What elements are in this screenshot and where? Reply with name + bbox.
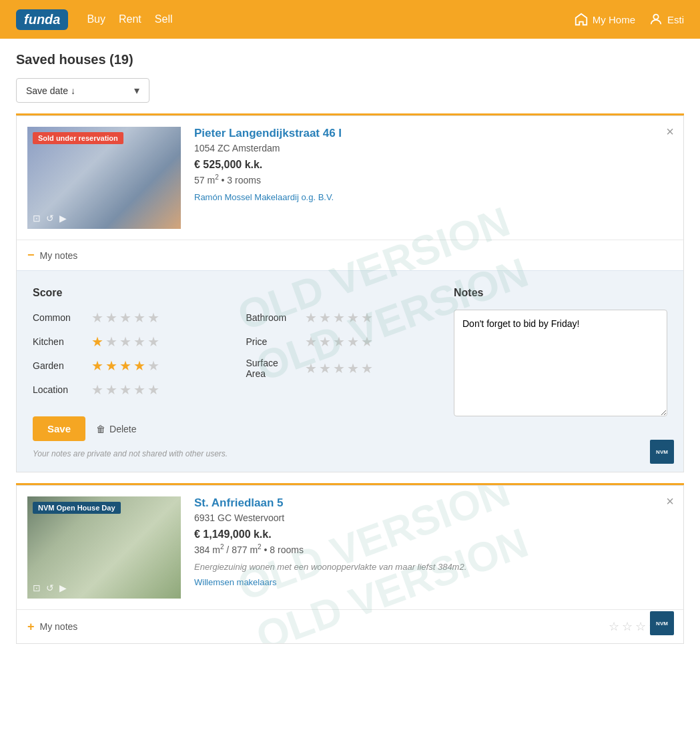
notes-actions-1: Save 🗑 Delete — [33, 416, 438, 441]
star-5[interactable]: ★ — [147, 310, 159, 326]
score-label-surface: Surface Area — [246, 358, 300, 379]
score-row-price: Price ★ ★ ★ ★ ★ — [246, 334, 438, 350]
stars-common[interactable]: ★ ★ ★ ★ ★ — [91, 310, 159, 326]
star-p1[interactable]: ★ — [305, 334, 317, 350]
listing-title-1[interactable]: Pieter Langendijkstraat 46 I — [194, 127, 673, 140]
listing-details-2: NVM Open House Day ⊡ ↺ ▶ St. Anfriedlaan… — [17, 486, 683, 609]
listing-image-1[interactable]: Sold under reservation ⊡ ↺ ▶ — [27, 127, 181, 229]
star-l5[interactable]: ★ — [147, 382, 159, 398]
score-label-common: Common — [33, 312, 86, 323]
my-notes-toggle-2[interactable]: + My notes ☆ ☆ ☆ ☆ ☆ — [17, 609, 683, 643]
star-4[interactable]: ★ — [133, 310, 145, 326]
nav-rent[interactable]: Rent — [119, 13, 141, 25]
star-g1[interactable]: ★ — [91, 358, 103, 374]
star-empty-1[interactable]: ☆ — [609, 619, 619, 634]
sort-value: Save date ↓ — [26, 85, 75, 96]
svg-point-0 — [653, 15, 658, 19]
score-row-bathroom: Bathroom ★ ★ ★ ★ ★ — [246, 310, 438, 326]
star-l3[interactable]: ★ — [119, 382, 131, 398]
listing-image-2[interactable]: NVM Open House Day ⊡ ↺ ▶ — [27, 496, 181, 599]
nav-buy[interactable]: Buy — [87, 13, 105, 25]
star-l4[interactable]: ★ — [133, 382, 145, 398]
star-b2[interactable]: ★ — [319, 310, 331, 326]
listing-specs-1: 57 m2 • 3 rooms — [194, 173, 673, 186]
main-content: Saved houses (19) Save date ↓ ▾ Sold und… — [0, 39, 700, 732]
listing-agent-2[interactable]: Willemsen makelaars — [194, 577, 673, 587]
star-p4[interactable]: ★ — [347, 334, 359, 350]
close-button-2[interactable]: × — [666, 494, 674, 509]
header-right: My Home Esti — [574, 12, 684, 27]
star-p2[interactable]: ★ — [319, 334, 331, 350]
rotate-icon-2[interactable]: ↺ — [46, 583, 54, 593]
close-button-1[interactable]: × — [666, 124, 674, 139]
play-icon[interactable]: ▶ — [59, 213, 67, 224]
user-icon — [649, 12, 663, 27]
star-b4[interactable]: ★ — [347, 310, 359, 326]
star-k4[interactable]: ★ — [133, 334, 145, 350]
notes-textarea-1[interactable]: Don't forget to bid by Friday! — [454, 310, 667, 416]
notes-title: Notes — [454, 287, 667, 299]
star-s3[interactable]: ★ — [333, 360, 345, 376]
stars-price[interactable]: ★ ★ ★ ★ ★ — [305, 334, 373, 350]
listing-card-1: Sold under reservation ⊡ ↺ ▶ Pieter Lang… — [16, 113, 684, 472]
star-s4[interactable]: ★ — [347, 360, 359, 376]
stars-kitchen[interactable]: ★ ★ ★ ★ ★ — [91, 334, 159, 350]
listing-info-2: St. Anfriedlaan 5 6931 GC Westervoort € … — [194, 496, 673, 587]
star-k3[interactable]: ★ — [119, 334, 131, 350]
star-b5[interactable]: ★ — [361, 310, 373, 326]
star-l2[interactable]: ★ — [105, 382, 117, 398]
star-3[interactable]: ★ — [119, 310, 131, 326]
my-home-button[interactable]: My Home — [574, 12, 635, 27]
star-empty-2[interactable]: ☆ — [622, 619, 633, 634]
star-k1[interactable]: ★ — [91, 334, 103, 350]
sort-dropdown[interactable]: Save date ↓ ▾ — [16, 78, 149, 103]
rotate-icon[interactable]: ↺ — [46, 213, 54, 224]
stars-bathroom[interactable]: ★ ★ ★ ★ ★ — [305, 310, 373, 326]
listing-desc-2: Energiezuinig wonen met een woonoppervla… — [194, 562, 673, 572]
image-controls-2: ⊡ ↺ ▶ — [33, 583, 67, 593]
my-home-label: My Home — [593, 14, 635, 25]
listing-card-inner-1: Sold under reservation ⊡ ↺ ▶ Pieter Lang… — [16, 115, 684, 472]
star-g4[interactable]: ★ — [133, 358, 145, 374]
delete-button-1[interactable]: 🗑 Delete — [96, 424, 136, 434]
stars-garden[interactable]: ★ ★ ★ ★ ★ — [91, 358, 159, 374]
star-l1[interactable]: ★ — [91, 382, 103, 398]
star-p5[interactable]: ★ — [361, 334, 373, 350]
funda-logo[interactable]: funda — [16, 9, 68, 30]
star-2[interactable]: ★ — [105, 310, 117, 326]
listing-card-2: NVM Open House Day ⊡ ↺ ▶ St. Anfriedlaan… — [16, 483, 684, 644]
star-g2[interactable]: ★ — [105, 358, 117, 374]
listing-title-2[interactable]: St. Anfriedlaan 5 — [194, 496, 673, 510]
star-b1[interactable]: ★ — [305, 310, 317, 326]
bookmark-icon-2[interactable]: ⊡ — [33, 583, 41, 593]
star-s1[interactable]: ★ — [305, 360, 317, 376]
save-button-1[interactable]: Save — [33, 416, 85, 441]
sort-label: Save date ↓ — [26, 85, 75, 96]
star-s2[interactable]: ★ — [319, 360, 331, 376]
listing-info-1: Pieter Langendijkstraat 46 I 1054 ZC Ams… — [194, 127, 673, 202]
privacy-note-1: Your notes are private and not shared wi… — [33, 449, 438, 458]
my-notes-toggle-1[interactable]: − My notes — [17, 240, 683, 270]
nav-sell[interactable]: Sell — [155, 13, 173, 25]
plus-icon: + — [27, 620, 35, 634]
play-icon-2[interactable]: ▶ — [59, 583, 67, 593]
star-empty-3[interactable]: ☆ — [635, 619, 646, 634]
score-label-bathroom: Bathroom — [246, 312, 300, 323]
image-controls-1: ⊡ ↺ ▶ — [33, 213, 67, 224]
star-b3[interactable]: ★ — [333, 310, 345, 326]
star-s5[interactable]: ★ — [361, 360, 373, 376]
toggle-left-2: + My notes — [27, 620, 77, 634]
star-k2[interactable]: ★ — [105, 334, 117, 350]
stars-location[interactable]: ★ ★ ★ ★ ★ — [91, 382, 159, 398]
star-g3[interactable]: ★ — [119, 358, 131, 374]
bookmark-icon[interactable]: ⊡ — [33, 213, 41, 224]
user-button[interactable]: Esti — [649, 12, 684, 27]
star-1[interactable]: ★ — [91, 310, 103, 326]
star-k5[interactable]: ★ — [147, 334, 159, 350]
stars-surface[interactable]: ★ ★ ★ ★ ★ — [305, 360, 373, 376]
header-left: funda Buy Rent Sell — [16, 9, 173, 30]
star-p3[interactable]: ★ — [333, 334, 345, 350]
star-g5[interactable]: ★ — [147, 358, 159, 374]
listing-agent-1[interactable]: Ramón Mossel Makelaardij o.g. B.V. — [194, 192, 673, 202]
score-label-garden: Garden — [33, 360, 86, 371]
